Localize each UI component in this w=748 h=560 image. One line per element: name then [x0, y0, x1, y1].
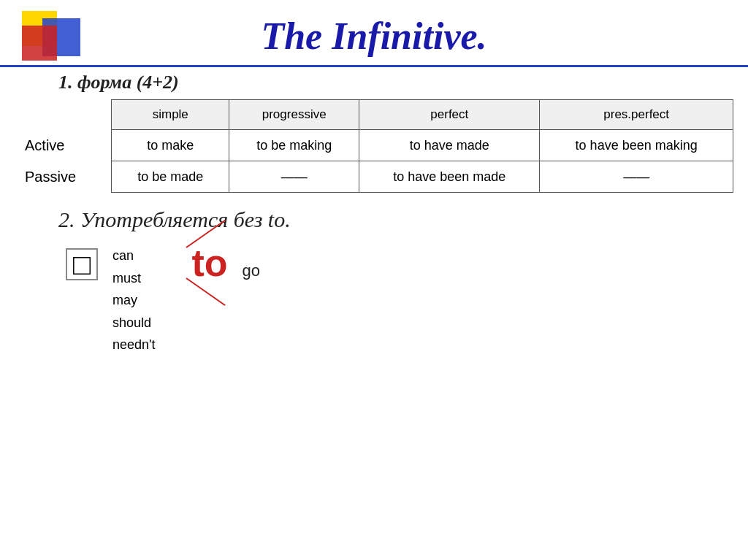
col-progressive: progressive	[229, 100, 359, 130]
table-header-row: simple progressive perfect pres.perfect	[15, 100, 733, 130]
infinitive-table: simple progressive perfect pres.perfect …	[15, 99, 733, 193]
modal-should: should	[112, 312, 156, 334]
crossed-to-word: to	[192, 241, 228, 285]
active-progressive: to be making	[229, 130, 359, 161]
modal-verbs-list: can must may should needn't	[112, 245, 156, 356]
modal-neednt: needn't	[112, 334, 156, 356]
passive-label: Passive	[15, 161, 112, 193]
table-row-active: Active to make to be making to have made…	[15, 130, 733, 161]
section2: 2. Употребляется без to. □ can must may …	[0, 193, 748, 356]
infinitive-table-container: simple progressive perfect pres.perfect …	[15, 99, 733, 193]
col-pres-perfect: pres.perfect	[540, 100, 733, 130]
passive-pres-perfect: ——	[540, 161, 733, 193]
passive-simple: to be made	[112, 161, 229, 193]
active-perfect: to have made	[359, 130, 540, 161]
modal-may: may	[112, 289, 156, 312]
passive-progressive: ——	[229, 161, 359, 193]
active-simple: to make	[112, 130, 229, 161]
col-perfect: perfect	[359, 100, 540, 130]
header: The Infinitive.	[0, 0, 748, 65]
col-simple: simple	[112, 100, 229, 130]
active-label: Active	[15, 130, 112, 161]
table-row-passive: Passive to be made —— to have been made …	[15, 161, 733, 193]
section2-title: 2. Употребляется без to.	[58, 207, 748, 232]
passive-perfect: to have been made	[359, 161, 540, 193]
table-corner-cell	[15, 100, 112, 130]
active-pres-perfect: to have been making	[540, 130, 733, 161]
modal-symbol-box: □	[66, 248, 98, 280]
modal-must: must	[112, 267, 156, 290]
modal-can: can	[112, 245, 156, 267]
section2-content: □ can must may should needn't to go	[58, 241, 748, 356]
go-verb: go	[243, 261, 260, 280]
page-title: The Infinitive.	[0, 15, 748, 58]
modal-symbol-icon: □	[73, 248, 91, 281]
subtitle-row: 1. форма (4+2)	[0, 65, 748, 93]
section1-title: 1. форма (4+2)	[58, 72, 179, 93]
